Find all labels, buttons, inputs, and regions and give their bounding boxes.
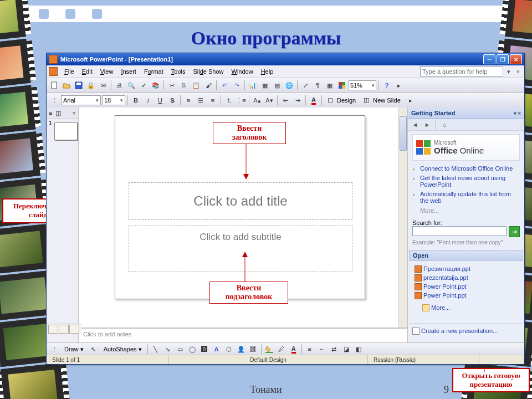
select-icon[interactable]: ↖ [88,344,99,355]
shadow-style-icon[interactable]: ◪ [341,344,352,355]
taskpane-home-icon[interactable]: ⌂ [439,120,449,130]
save-icon[interactable] [73,80,84,91]
taskpane-fwd-icon[interactable]: ► [422,120,432,130]
help-search-input[interactable] [420,66,503,76]
arrow-icon[interactable]: ↘ [162,344,173,355]
help-dropdown-icon[interactable]: ▾ [505,68,512,75]
decrease-font-icon[interactable]: A▾ [264,95,275,106]
align-center-icon[interactable]: ☰ [195,95,206,106]
vertical-scrollbar[interactable] [398,108,407,333]
expand-icon[interactable]: ⤢ [300,80,311,91]
open-icon[interactable] [61,80,72,91]
permission-icon[interactable]: 🔒 [85,80,96,91]
taskpane-dropdown-icon[interactable]: ▾ [514,110,516,116]
menu-slideshow[interactable]: Slide Show [190,67,227,76]
diagram-icon[interactable]: ⬡ [223,344,234,355]
spellcheck-icon[interactable]: ✓ [138,80,149,91]
font-color-icon[interactable]: A [308,95,319,106]
close-button[interactable]: ✕ [510,54,522,64]
subtitle-placeholder[interactable]: Click to add subtitle [129,226,352,272]
line-style-icon[interactable]: ≡ [304,344,315,355]
toolbar2-options-icon[interactable]: ▸ [405,95,416,106]
new-icon[interactable] [49,80,60,91]
numbering-icon[interactable]: ⒈ [223,95,234,106]
arrow-style-icon[interactable]: ⇄ [329,344,340,355]
increase-font-icon[interactable]: A▴ [252,95,263,106]
create-presentation-link[interactable]: Create a new presentation... [412,326,520,336]
underline-icon[interactable]: U [155,95,166,106]
fill-color-icon[interactable] [264,344,275,355]
menu-window[interactable]: Window [228,67,257,76]
links-more[interactable]: More... [420,207,520,214]
menu-insert[interactable]: Insert [117,67,140,76]
font-size-combo[interactable]: 18 [102,95,125,105]
menu-format[interactable]: Format [141,67,167,76]
textbox-icon[interactable]: 🅰 [199,344,210,355]
draw-menu-button[interactable]: Draw ▾ [61,344,87,355]
slides-tab-icon[interactable]: ◫ [55,110,61,117]
show-formatting-icon[interactable]: ¶ [312,80,323,91]
line-color-icon[interactable]: 🖊 [276,344,287,355]
decrease-indent-icon[interactable]: ⇤ [280,95,291,106]
bullets-icon[interactable]: ⋮≡ [236,95,247,106]
hyperlink-icon[interactable]: 🌐 [284,80,295,91]
redo-icon[interactable]: ↷ [231,80,242,91]
3d-style-icon[interactable]: ◧ [353,344,364,355]
slideshow-view-icon[interactable] [69,325,79,334]
oval-icon[interactable]: ◯ [187,344,198,355]
recent-file[interactable]: Power Point.ppt [415,291,520,300]
cut-icon[interactable]: ✂ [166,80,177,91]
rectangle-icon[interactable]: ▭ [175,344,186,355]
menu-edit[interactable]: Edit [79,67,96,76]
autoshapes-button[interactable]: AutoShapes ▾ [100,344,145,355]
chart-icon[interactable]: 📊 [247,80,258,91]
toolbar-options-icon[interactable]: ▸ [393,80,405,91]
undo-icon[interactable]: ↶ [219,80,230,91]
recent-file[interactable]: Презинтация.ppt [415,264,520,273]
grid-icon[interactable]: ▦ [324,80,335,91]
research-icon[interactable]: 📚 [150,80,161,91]
print-icon[interactable]: 🖨 [114,80,125,91]
outline-close-icon[interactable]: × [73,110,76,116]
table-icon[interactable]: ▦ [259,80,270,91]
link-update[interactable]: Automatically update this list from the … [420,191,511,204]
align-right-icon[interactable]: ≡ [207,95,218,106]
drawbar-grip-icon[interactable]: ⋮ [49,344,60,355]
format-painter-icon[interactable]: 🖌 [203,80,214,91]
minimize-button[interactable]: ─ [483,54,495,64]
toolbar-grip-icon[interactable]: ⋮ [49,95,60,106]
color-icon[interactable] [336,80,347,91]
picture-icon[interactable]: 🖼 [248,344,259,355]
dash-style-icon[interactable]: ┄ [316,344,328,355]
preview-icon[interactable]: 🔍 [126,80,137,91]
slide-thumbnail[interactable] [54,122,78,140]
line-icon[interactable]: ╲ [150,344,161,355]
email-icon[interactable]: ✉ [98,80,109,91]
recent-more[interactable]: More... [422,303,520,312]
doc-close-button[interactable]: × [514,68,522,75]
menu-help[interactable]: Help [258,67,277,76]
titlebar[interactable]: Microsoft PowerPoint - [Presentation1] ─… [47,53,524,65]
tables-borders-icon[interactable]: ▤ [272,80,283,91]
italic-icon[interactable]: I [142,95,154,106]
bold-icon[interactable]: B [130,95,141,106]
menu-view[interactable]: View [97,67,117,76]
outline-tab-icon[interactable]: ≡ [49,110,52,116]
office-online-banner[interactable]: MicrosoftOffice Online [412,134,520,161]
link-news[interactable]: Get the latest news about using PowerPoi… [420,175,505,188]
increase-indent-icon[interactable]: ⇥ [292,95,303,106]
taskpane-search-input[interactable] [412,226,507,236]
menu-file[interactable]: File [61,67,78,76]
help-icon[interactable]: ? [381,80,392,91]
wordart-icon[interactable]: A [211,344,222,355]
new-slide-button[interactable]: ◫New Slide [360,95,404,106]
taskpane-close-icon[interactable]: × [518,110,521,116]
zoom-combo[interactable]: 51% [349,80,376,90]
recent-file[interactable]: prezentatsija.ppt [415,273,520,282]
menu-tools[interactable]: Tools [168,67,189,76]
link-connect[interactable]: Connect to Microsoft Office Online [420,165,513,172]
normal-view-icon[interactable] [48,325,58,334]
paste-icon[interactable]: 📋 [191,80,202,91]
taskpane-back-icon[interactable]: ◄ [410,120,420,130]
font-name-combo[interactable]: Arial [61,95,101,105]
